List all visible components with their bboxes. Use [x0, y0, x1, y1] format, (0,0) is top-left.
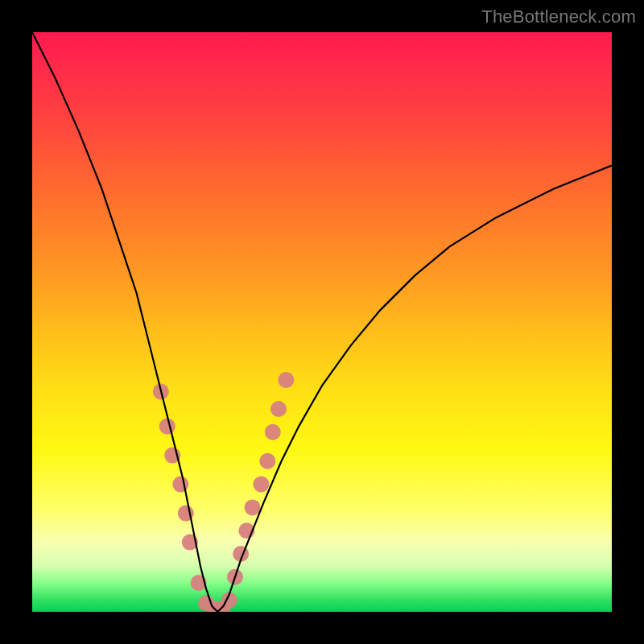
highlight-dot [253, 477, 269, 493]
highlight-dot [270, 401, 287, 417]
watermark-text: TheBottleneck.com [481, 6, 636, 27]
highlight-dot [172, 477, 188, 493]
highlight-dot [265, 424, 281, 440]
bottleneck-curve [32, 32, 612, 612]
chart-stage: TheBottleneck.com [0, 0, 644, 644]
plot-svg [32, 32, 612, 612]
highlight-dot [245, 499, 261, 515]
highlight-dot [159, 419, 175, 435]
markers-layer [153, 372, 295, 612]
plot-area [32, 32, 612, 612]
highlight-dot [278, 372, 294, 388]
highlight-dot [259, 453, 275, 469]
